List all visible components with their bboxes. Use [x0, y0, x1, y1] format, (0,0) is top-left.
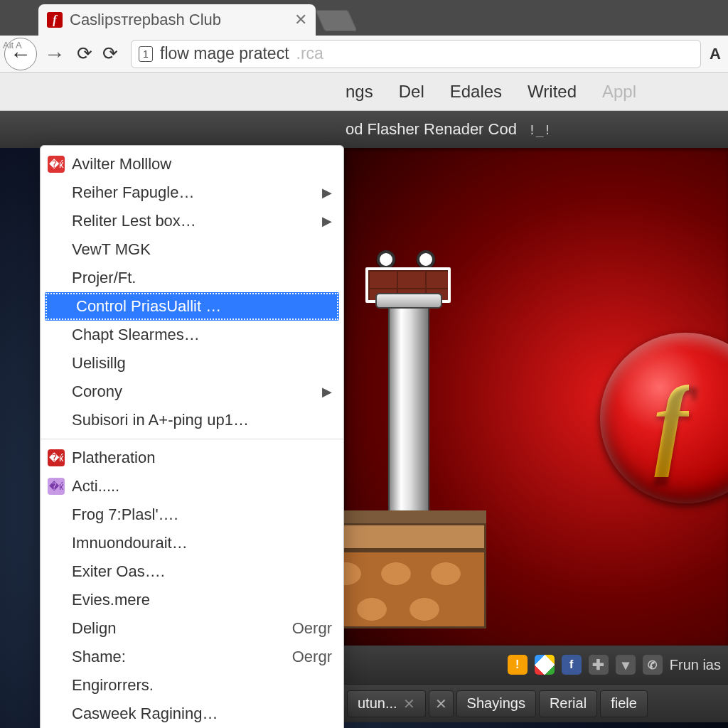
status-btn-2[interactable]: Shayings: [456, 690, 536, 717]
context-menu-label: Casweek Ragining…: [72, 705, 218, 723]
flash-title-code: !_!: [528, 122, 552, 137]
menu-item-3[interactable]: Edales: [450, 82, 502, 102]
menu-item-5[interactable]: Appl: [602, 82, 636, 102]
bookmark-icon[interactable]: A: [710, 45, 721, 63]
status-btn-1[interactable]: utun...✕: [347, 690, 426, 717]
submenu-arrow-icon: ▶: [322, 185, 332, 200]
context-menu-label: Imnuondourait…: [72, 534, 188, 552]
context-menu-label: Exiter Oas….: [72, 562, 165, 581]
site-info-icon[interactable]: 1: [139, 46, 153, 62]
windows-icon[interactable]: [535, 655, 555, 675]
flash-canvas[interactable]: f: [344, 148, 728, 646]
context-menu-label: Acti.....: [72, 477, 119, 496]
close-icon[interactable]: ✕: [294, 11, 307, 29]
dropdown-icon[interactable]: ▾: [616, 655, 636, 675]
platform-rocks: [344, 550, 486, 628]
tab-strip: f Caslipsтrepbash Club ✕: [0, 0, 728, 36]
platform-top: [344, 510, 486, 550]
context-menu-label: Projer/Ft.: [72, 269, 136, 287]
menu-separator: [41, 439, 343, 439]
context-menu-label: Corony: [72, 382, 122, 401]
tab-title: Caslipsтrepbash Club: [70, 11, 221, 29]
context-menu-label: Engirorrers.: [72, 676, 154, 695]
context-menu-label: Reliter Lest box…: [72, 212, 196, 230]
context-menu-item[interactable]: Casweek Ragining…: [41, 700, 343, 728]
context-menu-item[interactable]: Control PriasUallit …: [45, 292, 339, 321]
submenu-arrow-icon: ▶: [322, 213, 332, 229]
phone-icon[interactable]: ✆: [643, 655, 663, 675]
context-menu-item[interactable]: Subisori in A+-ping up1…: [41, 406, 343, 434]
flash-title-bar: od Flasher Renader Cod !_!: [0, 111, 728, 148]
red-menu-icon: �ќ: [48, 156, 65, 173]
context-menu-label: Shame:: [72, 648, 126, 666]
enemy-eyes-icon: [377, 250, 435, 269]
context-menu-label: Control PriasUallit …: [76, 297, 221, 316]
context-menu-label: Subisori in A+-ping up1…: [72, 411, 249, 429]
context-menu-label: Chapt Slearmes…: [72, 326, 200, 344]
tray-bar: ! f ✚ ▾ ✆ Frun ias: [344, 646, 728, 684]
red2-menu-icon: �ќ: [48, 449, 65, 466]
context-menu-item[interactable]: Chapt Slearmes…: [41, 321, 343, 349]
context-menu-label: Frog 7:Plasl'….: [72, 505, 178, 524]
menu-item-2[interactable]: Del: [399, 82, 424, 102]
context-menu-item[interactable]: Exiter Oas….: [41, 557, 343, 586]
context-menu-label: Avilter Molllow: [72, 155, 171, 173]
context-menu-item[interactable]: DelignOergr: [41, 614, 343, 643]
context-menu-label: Delign: [72, 619, 116, 638]
pipe-lip: [375, 293, 442, 309]
context-menu-label: Evies.mere: [72, 591, 150, 609]
context-menu-item[interactable]: Shame:Oergr: [41, 643, 343, 671]
context-menu-item[interactable]: Evies.mere: [41, 586, 343, 614]
flash-title: od Flasher Renader Cod: [346, 120, 517, 139]
context-menu-label: Reiher Fapugle…: [72, 183, 194, 202]
notify-icon[interactable]: !: [508, 655, 528, 675]
flash-logo-icon: f: [600, 333, 728, 503]
pur-menu-icon: �ќ: [48, 478, 65, 495]
context-menu-item[interactable]: Reliter Lest box…▶: [41, 207, 343, 235]
flash-favicon-icon: f: [47, 12, 63, 28]
tray-label: Frun ias: [670, 657, 721, 673]
status-btn-3[interactable]: Rerial: [539, 690, 597, 717]
page-content: ngs Del Edales Writed Appl Fon od Flashe…: [0, 73, 728, 728]
new-tab-button[interactable]: [315, 10, 357, 31]
address-bar: ← → ⟳ ⟳ 1 flow mage pratect.rca A: [0, 36, 728, 73]
page-menubar: ngs Del Edales Writed Appl: [0, 73, 728, 111]
add-icon[interactable]: ✚: [589, 655, 609, 675]
url-host: flow mage pratect: [160, 44, 289, 63]
reload-icon[interactable]: ⟳: [73, 43, 97, 65]
context-menu-item[interactable]: Reiher Fapugle…▶: [41, 178, 343, 207]
url-tld: .rca: [296, 44, 323, 63]
context-menu-item[interactable]: �ќAvilter Molllow: [41, 150, 343, 178]
status-btn-4[interactable]: fiele: [600, 690, 648, 717]
context-menu-item[interactable]: Corony▶: [41, 378, 343, 406]
url-field[interactable]: 1 flow mage pratect.rca: [131, 40, 701, 68]
browser-window: Ait A f Caslipsтrepbash Club ✕ ← → ⟳ ⟳ 1…: [0, 0, 728, 728]
facebook-icon[interactable]: f: [562, 655, 582, 675]
context-menu-item[interactable]: �ќActi.....: [41, 472, 343, 500]
context-menu-item[interactable]: �ќPlatheration: [41, 444, 343, 472]
context-menu-item[interactable]: VewT MGK: [41, 235, 343, 264]
context-menu-label: Platheration: [72, 449, 155, 467]
context-menu-item[interactable]: Uelisillg: [41, 349, 343, 378]
menu-shortcut: Oergr: [292, 648, 332, 666]
reload-icon-2[interactable]: ⟳: [98, 43, 122, 65]
context-menu-label: VewT MGK: [72, 240, 151, 259]
forward-button[interactable]: →: [38, 38, 71, 70]
status-bar: utun...✕ ✕ Shayings Rerial fiele: [344, 684, 728, 722]
context-menu: �ќAvilter MolllowReiher Fapugle…▶Reliter…: [40, 145, 344, 728]
status-icon-x[interactable]: ✕: [429, 690, 454, 717]
pipe: [388, 303, 429, 516]
context-menu-item[interactable]: Engirorrers.: [41, 671, 343, 700]
browser-tab[interactable]: f Caslipsтrepbash Club ✕: [38, 4, 316, 36]
context-menu-item[interactable]: Imnuondourait…: [41, 529, 343, 557]
menu-shortcut: Oergr: [292, 619, 332, 638]
context-menu-label: Uelisillg: [72, 354, 126, 373]
context-menu-item[interactable]: Frog 7:Plasl'….: [41, 500, 343, 529]
context-menu-item[interactable]: Projer/Ft.: [41, 264, 343, 292]
submenu-arrow-icon: ▶: [322, 384, 332, 400]
window-badge: Ait A: [3, 40, 22, 50]
menu-item-4[interactable]: Writed: [528, 82, 577, 102]
menu-item-1[interactable]: ngs: [346, 82, 373, 102]
